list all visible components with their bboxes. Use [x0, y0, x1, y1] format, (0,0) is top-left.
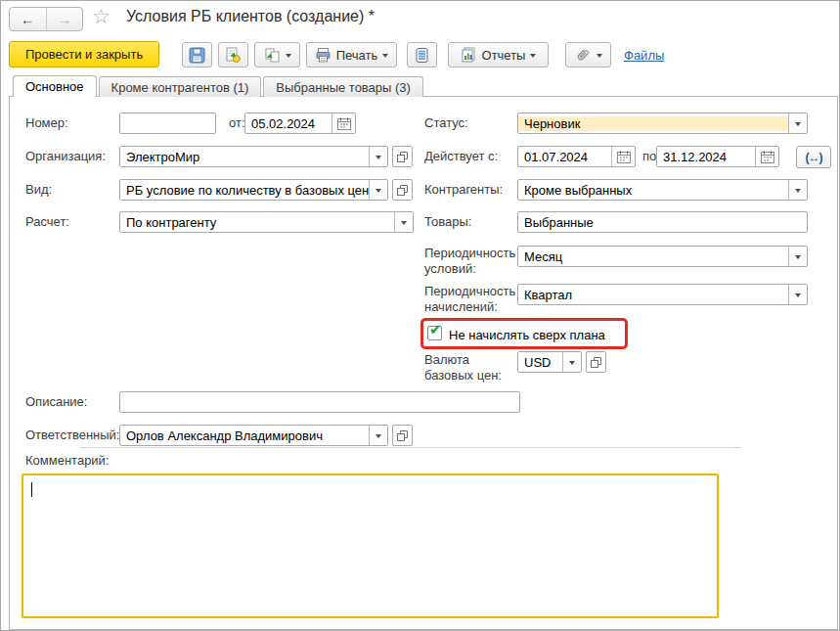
no-overplan-checkbox[interactable]: ✔ [427, 326, 442, 340]
status-combobox[interactable]: Черновик [517, 113, 808, 134]
save-button[interactable] [182, 42, 212, 68]
chevron-down-icon[interactable] [369, 147, 387, 166]
print-button[interactable]: Печать [306, 42, 397, 68]
chevron-down-icon [597, 54, 602, 61]
chevron-down-icon [530, 54, 536, 61]
period-accruals-label: Периодичность начислений: [424, 284, 514, 315]
tab-main[interactable]: Основное [13, 75, 97, 97]
open-icon [396, 184, 409, 197]
reports-button[interactable]: Отчеты [448, 42, 549, 68]
organization-value: ЭлектроМир [120, 150, 369, 164]
tab-selected-goods[interactable]: Выбранные товары (3) [263, 76, 423, 97]
main-tab-panel: Номер: от: 05.02.2024 Организация: Элект… [9, 96, 838, 630]
description-input[interactable] [119, 391, 520, 413]
post-button[interactable] [218, 42, 248, 68]
base-currency-label: Валюта базовых цен: [424, 352, 514, 383]
chevron-down-icon[interactable] [394, 212, 413, 232]
period-conditions-label: Периодичность условий: [424, 246, 514, 277]
period-conditions-value: Месяц [518, 249, 788, 264]
kind-value: РБ условие по количеству в базовых цен [120, 183, 369, 198]
open-icon [396, 151, 409, 163]
chevron-down-icon[interactable] [562, 352, 581, 372]
goods-value: Выбранные [518, 215, 807, 230]
counterparties-value: Кроме выбранных [518, 183, 788, 198]
chevron-down-icon[interactable] [788, 285, 807, 304]
forward-button[interactable]: → [47, 8, 83, 30]
valid-from-input[interactable]: 01.07.2024 [517, 146, 636, 167]
favorite-star-icon[interactable]: ☆ [92, 5, 111, 28]
calculation-combobox[interactable]: По контрагенту [119, 211, 414, 233]
period-accruals-combobox[interactable]: Квартал [517, 284, 808, 305]
document-form-window: ← → ☆ Условия РБ клиентов (создание) * П… [0, 0, 840, 631]
post-document-icon [225, 47, 242, 64]
tab-selected-goods-label: Выбранные товары (3) [276, 80, 411, 95]
goods-input[interactable]: Выбранные [517, 211, 808, 233]
kind-open-button[interactable] [392, 179, 413, 201]
organization-open-button[interactable] [392, 146, 413, 167]
checkmark-icon: ✔ [429, 322, 442, 337]
number-input[interactable] [119, 113, 216, 134]
counterparties-label: Контрагенты: [424, 182, 503, 198]
files-link[interactable]: Файлы [624, 48, 664, 63]
copy-based-on-icon [264, 47, 281, 64]
tab-main-label: Основное [25, 79, 84, 94]
post-and-close-label: Провести и закрыть [25, 47, 143, 62]
doc-date-input[interactable]: 05.02.2024 [244, 113, 356, 134]
organization-label: Организация: [25, 149, 106, 164]
comment-label: Комментарий: [25, 453, 110, 469]
nav-history-group: ← → [9, 7, 83, 31]
tab-except-counterparties-label: Кроме контрагентов (1) [111, 80, 249, 95]
printer-icon [315, 47, 332, 64]
reports-icon [461, 47, 477, 64]
responsible-open-button[interactable] [392, 425, 413, 446]
chevron-down-icon[interactable] [369, 180, 387, 200]
date-from-label: от: [229, 115, 245, 131]
base-currency-value: USD [518, 355, 562, 370]
post-and-close-button[interactable]: Провести и закрыть [9, 41, 159, 68]
calendar-icon[interactable] [755, 147, 778, 166]
chevron-down-icon[interactable] [788, 180, 807, 200]
kind-combobox[interactable]: РБ условие по количеству в базовых цен [119, 179, 388, 201]
chevron-down-icon[interactable] [369, 426, 387, 445]
chevron-down-icon[interactable] [788, 247, 807, 266]
base-currency-open-button[interactable] [586, 351, 606, 373]
calculation-label: Расчет: [25, 214, 69, 230]
calendar-icon[interactable] [611, 147, 635, 166]
calculation-value: По контрагенту [120, 215, 394, 230]
paperclip-icon [574, 46, 592, 64]
counterparties-combobox[interactable]: Кроме выбранных [517, 179, 808, 201]
number-label: Номер: [25, 115, 68, 131]
open-icon [396, 429, 409, 442]
responsible-combobox[interactable]: Орлов Александр Владимирович [119, 425, 388, 446]
base-currency-combobox[interactable]: USD [517, 351, 582, 373]
responsible-label: Ответственный: [25, 428, 119, 443]
responsible-value: Орлов Александр Владимирович [120, 428, 369, 443]
period-conditions-combobox[interactable]: Месяц [517, 246, 808, 267]
forward-arrow-icon: → [57, 11, 71, 27]
period-accruals-value: Квартал [518, 288, 788, 302]
chevron-down-icon[interactable] [788, 113, 807, 133]
document-movements-button[interactable] [407, 42, 437, 68]
form-splitter [80, 447, 741, 448]
register-records-icon [414, 47, 430, 64]
goods-label: Товары: [424, 214, 471, 230]
create-based-on-button[interactable] [254, 42, 300, 68]
text-caret [31, 482, 32, 497]
doc-date-value: 05.02.2024 [245, 116, 332, 131]
kind-label: Вид: [25, 182, 52, 198]
print-label: Печать [336, 48, 378, 63]
calendar-icon[interactable] [332, 113, 355, 133]
back-button[interactable]: ← [10, 8, 47, 30]
valid-to-input[interactable]: 31.12.2024 [656, 146, 779, 167]
no-overplan-checkbox-label[interactable]: Не начислять сверх плана [449, 328, 605, 342]
chevron-down-icon [382, 54, 388, 61]
tab-except-counterparties[interactable]: Кроме контрагентов (1) [99, 76, 262, 97]
choose-period-button[interactable]: (↔) [796, 146, 831, 168]
attach-file-button[interactable] [565, 42, 611, 68]
back-arrow-icon: ← [21, 11, 35, 27]
reports-label: Отчеты [482, 48, 526, 63]
valid-to-value: 31.12.2024 [657, 150, 755, 164]
comment-textarea[interactable] [22, 473, 719, 618]
save-icon [189, 47, 205, 64]
organization-combobox[interactable]: ЭлектроМир [119, 146, 388, 167]
